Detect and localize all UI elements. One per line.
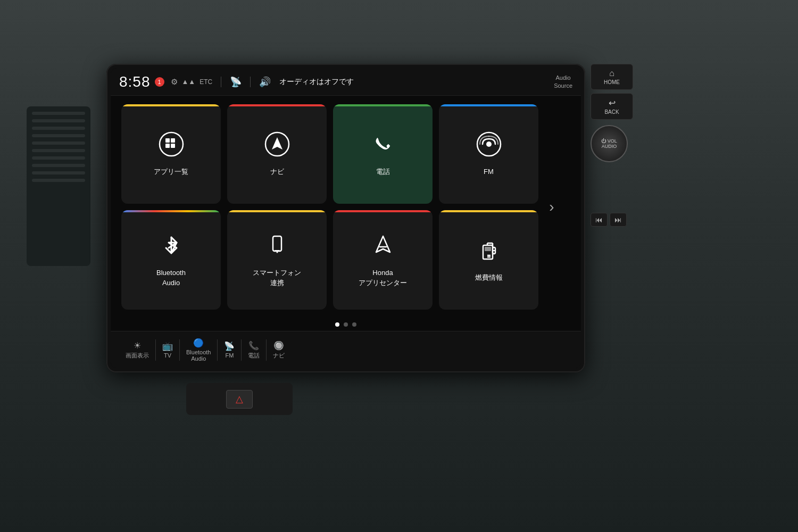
bottom-navi-icon: 🔘	[273, 340, 284, 351]
grid-icon	[158, 131, 185, 163]
bottom-tv-label: TV	[164, 352, 171, 359]
app-tile-bluetooth[interactable]: Bluetooth Audio	[121, 210, 221, 310]
svg-point-8	[486, 142, 492, 147]
bottom-bluetooth-label: Bluetooth Audio	[186, 349, 211, 362]
status-icons: ⚙ ▲▲ ETC 📡 🔊 オーディオはオフです	[171, 76, 354, 88]
back-label: BACK	[604, 109, 619, 115]
etc-label: ETC	[200, 78, 212, 86]
audio-status-text: オーディオはオフです	[279, 77, 354, 87]
display-icon: ☀	[134, 340, 141, 351]
app-tile-navi[interactable]: ナビ	[227, 104, 327, 204]
app-label-app-list: アプリ一覧	[154, 167, 188, 177]
navi-icon	[264, 131, 290, 163]
bluetooth-icon	[158, 232, 185, 264]
svg-rect-1	[165, 138, 170, 143]
app-tile-fuel[interactable]: 燃費情報	[439, 210, 538, 310]
radio-icon: 📡	[230, 76, 242, 88]
svg-marker-6	[272, 137, 282, 149]
bottom-bar: ☀ 画面表示 📺 TV 🔵 Bluetooth Audio 📡 FM	[111, 331, 581, 368]
bottom-phone-icon: 📞	[248, 340, 259, 351]
next-track-button[interactable]: ⏭	[610, 213, 627, 227]
svg-rect-9	[273, 236, 281, 251]
app-grid: アプリ一覧 ナビ	[121, 104, 538, 310]
svg-rect-3	[165, 144, 170, 148]
fuel-icon	[476, 237, 502, 269]
svg-rect-4	[171, 144, 175, 148]
status-divider	[221, 77, 221, 87]
fm-radio-icon	[476, 131, 502, 163]
app-label-navi: ナビ	[270, 167, 284, 177]
bottom-tv[interactable]: 📺 TV	[156, 338, 179, 362]
app-tile-phone[interactable]: 電話	[333, 104, 433, 204]
svg-rect-15	[485, 247, 491, 251]
side-buttons-panel: ⌂ HOME ↩ BACK ⏻ VOL AUDIO	[591, 64, 633, 202]
signal-icon: ▲▲	[182, 78, 196, 86]
screen-bezel: 8:58 1 ⚙ ▲▲ ETC 📡 🔊 オーディオはオフです Audio Sou…	[106, 64, 585, 372]
below-screen-controls: △	[186, 383, 293, 415]
vol-label: ⏻ VOL AUDIO	[601, 138, 617, 149]
svg-point-11	[276, 252, 278, 253]
bottom-fm-label: FM	[226, 352, 234, 359]
home-icon: ⌂	[609, 69, 614, 78]
bottom-navi-label: ナビ	[273, 352, 285, 360]
left-vent	[27, 106, 90, 266]
bottom-display-label: 画面表示	[126, 352, 149, 360]
page-dot-1[interactable]	[335, 322, 339, 327]
app-tile-honda[interactable]: Honda アプリセンター	[333, 210, 433, 310]
page-dot-3[interactable]	[352, 322, 356, 327]
svg-rect-2	[171, 138, 175, 143]
next-page-arrow[interactable]: ›	[538, 198, 565, 215]
app-label-fuel: 燃費情報	[475, 273, 503, 282]
honda-icon	[370, 232, 396, 264]
app-label-honda: Honda アプリセンター	[359, 268, 407, 287]
home-button[interactable]: ⌂ HOME	[591, 64, 633, 90]
bottom-fm-icon: 📡	[224, 341, 235, 351]
notification-badge: 1	[155, 77, 164, 87]
bottom-display[interactable]: ☀ 画面表示	[119, 337, 155, 363]
status-divider2	[250, 77, 251, 87]
hazard-button[interactable]: △	[226, 390, 253, 409]
tv-icon: 📺	[162, 341, 173, 351]
audio-source-button[interactable]: Audio Source	[554, 74, 572, 89]
back-button[interactable]: ↩ BACK	[591, 93, 633, 120]
bottom-bluetooth-audio[interactable]: 🔵 Bluetooth Audio	[180, 335, 217, 365]
bottom-phone[interactable]: 📞 電話	[242, 337, 266, 363]
app-label-bluetooth: Bluetooth Audio	[156, 268, 186, 287]
page-dot-2[interactable]	[344, 322, 348, 327]
lcd-screen: 8:58 1 ⚙ ▲▲ ETC 📡 🔊 オーディオはオフです Audio Sou…	[111, 68, 581, 368]
bottom-fm[interactable]: 📡 FM	[218, 338, 241, 362]
home-label: HOME	[604, 79, 620, 85]
app-tile-app-list[interactable]: アプリ一覧	[121, 104, 221, 204]
app-label-smartphone: スマートフォン 連携	[253, 268, 301, 287]
page-dots	[111, 318, 581, 331]
app-label-fm: FM	[484, 167, 494, 177]
app-tile-smartphone[interactable]: スマートフォン 連携	[227, 210, 327, 310]
bottom-navi[interactable]: 🔘 ナビ	[267, 337, 291, 363]
bottom-phone-label: 電話	[248, 352, 260, 360]
prev-track-button[interactable]: ⏮	[591, 213, 608, 227]
bottom-bluetooth-icon: 🔵	[193, 338, 204, 348]
svg-rect-10	[275, 250, 280, 251]
svg-marker-12	[376, 236, 390, 252]
main-content: アプリ一覧 ナビ	[111, 96, 581, 318]
back-icon: ↩	[609, 98, 616, 108]
app-tile-fm[interactable]: FM	[439, 104, 538, 204]
bluetooth-status-icon: ⚙	[171, 77, 178, 87]
track-controls: ⏮ ⏭	[591, 213, 627, 227]
time-display: 8:58	[119, 73, 151, 90]
phone-icon	[370, 131, 396, 163]
status-bar: 8:58 1 ⚙ ▲▲ ETC 📡 🔊 オーディオはオフです Audio Sou…	[111, 68, 581, 96]
speaker-icon: 🔊	[259, 76, 271, 88]
vol-audio-knob[interactable]: ⏻ VOL AUDIO	[591, 125, 628, 162]
smartphone-icon	[264, 232, 290, 264]
app-label-phone: 電話	[376, 167, 390, 177]
